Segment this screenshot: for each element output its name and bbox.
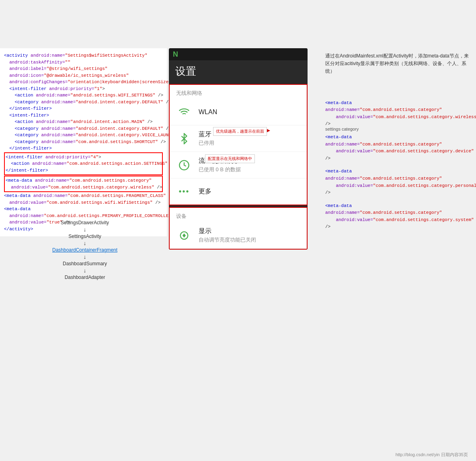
hierarchy-item-link[interactable]: DashboardContainerFragment <box>52 247 117 253</box>
hierarchy-item: DashboardAdapter <box>52 275 117 280</box>
code-line: <category android:name="com.android.sett… <box>4 139 163 145</box>
display-icon <box>176 227 192 244</box>
code-line: <category android:name="android.intent.c… <box>4 132 163 139</box>
more-title: 更多 <box>199 187 211 196</box>
hierarchy-item: SettingsDrawerActivity <box>52 220 117 225</box>
wlan-annotation-text: 优先级越高，越显示在前面 <box>216 129 264 133</box>
more-item[interactable]: ••• 更多 <box>170 178 307 205</box>
phone-status-bar: N <box>169 48 308 60</box>
xml-block-device: <meta-data android:name="com.android.set… <box>325 134 470 162</box>
more-icon: ••• <box>176 183 192 199</box>
settings-category-label: settings category <box>325 126 359 133</box>
n-logo: N <box>173 50 178 59</box>
code-line: <action android:name="android.settings.W… <box>4 92 163 99</box>
device-section-header: 设备 <box>170 208 307 222</box>
footer: http://blog.csdn.net/yin 日期内容35页 <box>396 452 468 458</box>
code-line: <meta-data <box>4 206 163 213</box>
code-line: android:value="com.android.settings.wifi… <box>4 199 163 206</box>
wlan-title: WLAN <box>199 109 217 116</box>
code-line: android:label="@string/wifi_settings" <box>4 66 163 72</box>
hierarchy-item: DashboardSummary <box>52 261 117 266</box>
right-panel: 通过在AndroidMainfest.xml配置Activity时，添加meta… <box>319 48 476 239</box>
bluetooth-text: 蓝牙 已停用 <box>199 130 214 147</box>
code-line: android:taskAffinity="" <box>4 59 163 66</box>
display-title: 显示 <box>199 227 256 236</box>
bluetooth-annotation-text: 配置显示在无线和网络中 <box>208 156 252 161</box>
xml-block-system: <meta-data android:name="com.android.set… <box>325 203 470 231</box>
xml-block-wireless: <meta-data android:name="com.android.set… <box>325 100 470 128</box>
bluetooth-subtitle: 已停用 <box>199 139 214 147</box>
wireless-section: 无线和网络 WLAN 蓝牙 已停用 <box>169 84 308 205</box>
more-text: 更多 <box>199 187 211 196</box>
device-section: 设备 显示 自动调节亮度功能已关闭 <box>169 207 308 250</box>
wlan-annotation: 优先级越高，越显示在前面 <box>213 127 267 136</box>
xml-blocks: <meta-data android:name="com.android.set… <box>325 100 470 231</box>
highlight-box-2: <meta-data android:name="com.android.set… <box>4 176 163 192</box>
code-line: <category android:name="android.intent.c… <box>4 125 163 132</box>
display-item[interactable]: 显示 自动调节亮度功能已关闭 <box>170 222 307 249</box>
intro-text: 通过在AndroidMainfest.xml配置Activity时，添加meta… <box>325 52 470 76</box>
wifi-icon <box>176 104 192 120</box>
code-line: <intent-filter android:priority="1"> <box>4 86 163 92</box>
hierarchy-item: SettingsActivity <box>52 234 117 239</box>
phone-title-bar: 设置 <box>169 60 308 84</box>
wireless-section-header: 无线和网络 <box>170 85 307 99</box>
display-subtitle: 自动调节亮度功能已关闭 <box>199 236 256 244</box>
data-icon <box>176 157 192 173</box>
bluetooth-icon <box>176 131 192 147</box>
highlight-box-1: <intent-filter android:priority="4"> <ac… <box>4 152 163 176</box>
xml-block-personal: <meta-data android:name="com.android.set… <box>325 168 470 196</box>
data-subtitle: 已使用 0 B 的数据 <box>199 166 241 173</box>
code-line: <meta-data android:name="com.android.set… <box>4 193 163 199</box>
wlan-text: WLAN <box>199 109 217 116</box>
code-line: android:name="com.android.settings.PRIMA… <box>4 213 163 219</box>
wlan-item[interactable]: WLAN <box>170 99 307 125</box>
code-line: <activity android:name="Settings$wifiSet… <box>4 52 163 59</box>
code-panel: <activity android:name="Settings$wifiSet… <box>0 48 167 236</box>
code-line: <action android:name="android.intent.act… <box>4 119 163 125</box>
display-text: 显示 自动调节亮度功能已关闭 <box>199 227 256 244</box>
code-line: <category android:name="android.intent.c… <box>4 99 163 106</box>
bluetooth-title: 蓝牙 <box>199 130 214 139</box>
phone-mockup: N 设置 无线和网络 WLAN 蓝牙 <box>169 48 308 250</box>
bluetooth-annotation: 配置显示在无线和网络中 <box>205 154 255 163</box>
hierarchy-diagram: SettingsDrawerActivity ↓ SettingsActivit… <box>52 219 117 281</box>
code-line: </intent-filter> <box>4 145 163 152</box>
code-line: </intent-filter> <box>4 105 163 112</box>
code-line: android:configChanges="orientation|keybo… <box>4 79 163 86</box>
phone-title: 设置 <box>175 64 301 78</box>
code-line: android:icon="@drawable/ic_settings_wire… <box>4 72 163 79</box>
code-line: <intent-filter> <box>4 112 163 119</box>
